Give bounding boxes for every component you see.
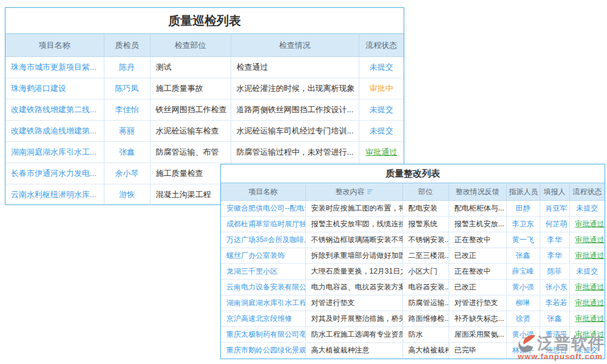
column-header-situation: 检查情况 bbox=[231, 34, 359, 57]
cell-project[interactable]: 长春市伊通河水力发电... bbox=[5, 163, 104, 184]
cell-feedback: 已完毕 bbox=[449, 343, 506, 359]
cell-content: 大理石质量更换，12月31日之... bbox=[305, 264, 402, 280]
cell-situation: 水泥砼灌注的时候，出现离析现象 bbox=[231, 78, 359, 99]
cell-project[interactable]: 改建铁路成渝线增建第... bbox=[5, 121, 104, 142]
cell-project[interactable]: 龙湖三千里小区 bbox=[221, 264, 305, 280]
cell-part: 配电安装 bbox=[402, 201, 449, 217]
cell-project[interactable]: 螺丝厂办公室装饰 bbox=[221, 248, 305, 264]
cell-feedback: 配电柜柜体与... bbox=[449, 201, 506, 217]
cell-content: 安装时应按施工图的布置，将... bbox=[305, 201, 402, 217]
cell-project[interactable]: 湖南洞庭湖水库引水工... bbox=[5, 142, 104, 163]
cell-project[interactable]: 云南水利枢纽潜明水库... bbox=[5, 184, 104, 206]
table-row: 螺丝厂办公室装饰拆除到承重墙部分请做好加固...二至三楼混...已改正张鑫李华审… bbox=[221, 248, 605, 264]
cell-reporter[interactable]: 何芷萌 bbox=[540, 217, 569, 232]
cell-inspector[interactable]: 李佳怡 bbox=[104, 99, 150, 121]
cell-status[interactable]: 未提交 bbox=[569, 343, 605, 359]
column-header-part: 部位 bbox=[402, 183, 449, 201]
cell-project[interactable]: 成都杜甫草堂临时展厅独立展... bbox=[221, 217, 305, 232]
cell-reporter[interactable]: 范思哲 bbox=[540, 343, 569, 359]
cell-project[interactable]: 重庆市鹅岭公园绿化景观提升... bbox=[221, 343, 305, 359]
cell-content: 对其及时开展整治措施，桥头... bbox=[305, 311, 402, 327]
cell-part: 不锈钢安装... bbox=[402, 232, 449, 248]
cell-feedback: 对管进行垫支 bbox=[449, 295, 506, 311]
cell-status[interactable]: 未提交 bbox=[359, 57, 404, 78]
cell-situation: 检查通过 bbox=[231, 57, 359, 78]
table-row: 龙湖三千里小区大理石质量更换，12月31日之...小区大门正在整改中薛宝峰陈菲未… bbox=[221, 264, 605, 280]
cell-status[interactable]: 审批通过 bbox=[569, 248, 605, 264]
cell-assignee[interactable]: 黄小强 bbox=[506, 280, 540, 295]
cell-status[interactable]: 审批通过 bbox=[569, 295, 605, 311]
column-header-project: 项目名称 bbox=[5, 34, 104, 57]
cell-status[interactable]: 审批通过 bbox=[569, 217, 605, 232]
cell-inspector[interactable]: 张鑫 bbox=[104, 142, 150, 163]
cell-reporter[interactable]: 张鑫 bbox=[540, 311, 569, 327]
cell-status[interactable]: 未提交 bbox=[569, 201, 605, 217]
cell-part: 小区大门 bbox=[402, 264, 449, 280]
cell-part: 施工质量检查 bbox=[150, 163, 231, 184]
cell-part: 防腐管运输... bbox=[402, 295, 449, 311]
column-header-status: 流程状态 bbox=[359, 34, 404, 57]
cell-status[interactable]: 审批通过 bbox=[569, 280, 605, 295]
cell-feedback: 正在整改中 bbox=[449, 232, 506, 248]
cell-part: 报警系统 bbox=[402, 217, 449, 232]
cell-reporter[interactable]: 张小东 bbox=[540, 280, 569, 295]
cell-assignee[interactable]: 薛宝峰 bbox=[506, 264, 540, 280]
cell-inspector[interactable]: 陈丹 bbox=[104, 57, 150, 78]
cell-assignee[interactable]: 柳琳 bbox=[506, 295, 540, 311]
table-row: 改建铁路成渝线增建第...蒋丽水泥砼运输车检查水泥砼运输车司机经过专门培训...… bbox=[5, 121, 404, 142]
cell-status[interactable]: 审批通过 bbox=[569, 311, 605, 327]
cell-situation: 道路两侧铁丝网围挡工作按设计... bbox=[231, 99, 359, 121]
cell-project[interactable]: 重庆太极制药有限公司亳州中... bbox=[221, 327, 305, 343]
cell-inspector[interactable]: 陈巧凤 bbox=[104, 78, 150, 99]
column-header-reporter: 填报人 bbox=[540, 183, 569, 201]
cell-project[interactable]: 万达广场35#会所及咖啡厅空... bbox=[221, 232, 305, 248]
quality-rectification-table: 质量整改列表 项目名称整改内容部位整改情况反馈指派人员填报人流程状态安徽合肥供电… bbox=[220, 164, 605, 359]
cell-inspector[interactable]: 蒋丽 bbox=[104, 121, 150, 142]
cell-status[interactable]: 未提交 bbox=[569, 264, 605, 280]
cell-project[interactable]: 安徽合肥供电公司--配电设备... bbox=[221, 201, 305, 217]
cell-status[interactable]: 审批通过 bbox=[359, 142, 404, 163]
cell-content: 高大植被栽种注意 bbox=[305, 343, 402, 359]
cell-status[interactable]: 审批中 bbox=[359, 78, 404, 99]
cell-status[interactable]: 审批通过 bbox=[569, 327, 605, 343]
cell-status[interactable]: 未提交 bbox=[359, 99, 404, 121]
table-row: 安徽合肥供电公司--配电设备...安装时应按施工图的布置，将...配电安装配电柜… bbox=[221, 201, 605, 217]
cell-project[interactable]: 云南电力设备安装有限公司20... bbox=[221, 280, 305, 295]
table-row: 京沪高速北京段维修对其及时开展整治措施，桥头...路面维修检...补齐缺失标志.… bbox=[221, 311, 605, 327]
cell-inspector[interactable]: 游恢 bbox=[104, 184, 150, 206]
cell-part: 施工质量事故 bbox=[150, 78, 231, 99]
cell-assignee[interactable]: 张鑫 bbox=[506, 248, 540, 264]
cell-status[interactable]: 未提交 bbox=[359, 121, 404, 142]
cell-reporter[interactable]: 李若若 bbox=[540, 295, 569, 311]
rectification-table-grid: 项目名称整改内容部位整改情况反馈指派人员填报人流程状态安徽合肥供电公司--配电设… bbox=[221, 183, 605, 359]
cell-assignee[interactable]: 田静 bbox=[506, 201, 540, 217]
cell-assignee[interactable]: 李卫东 bbox=[506, 217, 540, 232]
cell-content: 防水工程施工选调有专业资质... bbox=[305, 327, 402, 343]
cell-reporter[interactable]: 李华 bbox=[540, 232, 569, 248]
cell-inspector[interactable]: 余小琴 bbox=[104, 163, 150, 184]
cell-part: 路面维修检... bbox=[402, 311, 449, 327]
cell-assignee[interactable]: 徐贤 bbox=[506, 311, 540, 327]
column-header-status: 流程状态 bbox=[569, 183, 605, 201]
sort-icon[interactable] bbox=[367, 189, 373, 195]
cell-project[interactable]: 珠海鹤港口建设 bbox=[5, 78, 104, 99]
cell-project[interactable]: 改建铁路线增建第二线... bbox=[5, 99, 104, 121]
column-header-content[interactable]: 整改内容 bbox=[305, 183, 402, 201]
cell-assignee[interactable]: 黄一飞 bbox=[506, 232, 540, 248]
cell-project[interactable]: 珠海市城市更新项目紫... bbox=[5, 57, 104, 78]
cell-reporter[interactable]: 董清平 bbox=[540, 327, 569, 343]
cell-reporter[interactable]: 肖亚军 bbox=[540, 201, 569, 217]
cell-assignee[interactable]: 黄小强 bbox=[506, 327, 540, 343]
cell-project[interactable]: 京沪高速北京段维修 bbox=[221, 311, 305, 327]
column-header-feedback: 整改情况反馈 bbox=[449, 183, 506, 201]
table-row: 珠海鹤港口建设陈巧凤施工质量事故水泥砼灌注的时候，出现离析现象审批中 bbox=[5, 78, 404, 99]
cell-reporter[interactable]: 李华 bbox=[540, 248, 569, 264]
cell-assignee[interactable]: 林康平 bbox=[506, 343, 540, 359]
cell-status[interactable]: 审批通过 bbox=[569, 232, 605, 248]
cell-reporter[interactable]: 陈菲 bbox=[540, 264, 569, 280]
cell-part: 二至三楼混... bbox=[402, 248, 449, 264]
table-row: 珠海市城市更新项目紫...陈丹测试检查通过未提交 bbox=[5, 57, 404, 78]
cell-part: 铁丝网围挡工作检查 bbox=[150, 99, 231, 121]
cell-content: 对管进行垫支 bbox=[305, 295, 402, 311]
cell-project[interactable]: 湖南洞庭湖水库引水工程施工标 bbox=[221, 295, 305, 311]
